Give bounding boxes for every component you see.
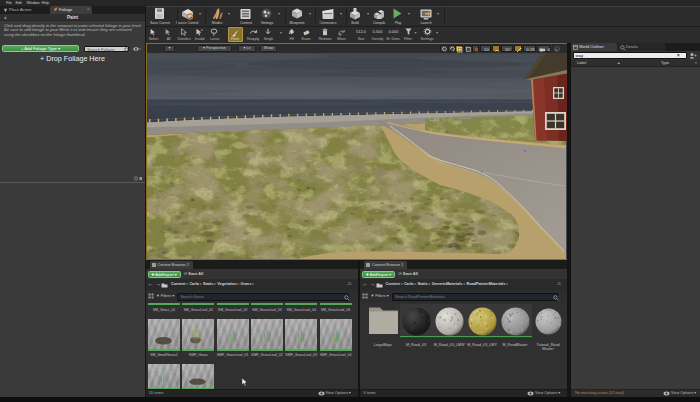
svg-text:10: 10 <box>484 47 489 52</box>
svg-text:0.25: 0.25 <box>526 47 535 52</box>
svg-text:4: 4 <box>548 47 551 52</box>
svg-text:x: x <box>201 28 203 32</box>
svg-text:10°: 10° <box>505 47 512 52</box>
